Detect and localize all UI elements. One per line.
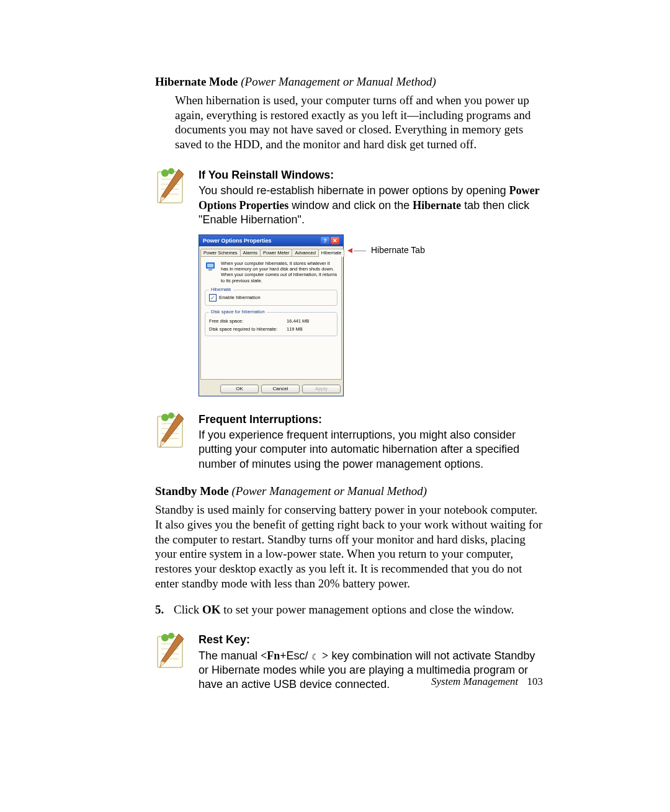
ok-button[interactable]: OK — [220, 385, 259, 393]
standby-subtitle: (Power Management or Manual Method) — [232, 484, 427, 497]
note-reinstall: If You Reinstall Windows: You should re-… — [155, 168, 543, 228]
svg-point-26 — [161, 634, 169, 641]
standby-body: Standby is used mainly for conserving ba… — [155, 502, 543, 591]
diskspace-group: Disk space for hibernation Free disk spa… — [205, 312, 337, 336]
step-number: 5. — [155, 602, 174, 617]
hibernate-title: Hibernate Mode — [155, 75, 238, 88]
dialog-desc: When your computer hibernates, it stores… — [221, 261, 337, 284]
hibernate-subtitle: (Power Management or Manual Method) — [241, 75, 436, 88]
footer-section: System Management — [431, 676, 518, 687]
enable-hibernation-checkbox[interactable]: ✓ Enable hibernation — [209, 294, 333, 301]
dialog-buttons: OK Cancel Apply — [199, 382, 343, 396]
monitor-icon — [205, 261, 217, 275]
standby-title: Standby Mode — [155, 484, 229, 497]
tab-panel: When your computer hibernates, it stores… — [200, 256, 342, 380]
dialog-figure: Power Options Properties ? ✕ Power Schem… — [199, 234, 543, 396]
help-icon[interactable]: ? — [321, 237, 329, 244]
hibernate-group-legend: Hibernate — [209, 287, 233, 292]
callout-connector: Hibernate Tab — [344, 245, 425, 256]
hibernate-body: When hibernation is used, your computer … — [175, 93, 543, 152]
cancel-button[interactable]: Cancel — [261, 385, 300, 393]
footer-page-number: 103 — [527, 676, 543, 687]
tab-strip: Power Schemes Alarms Power Meter Advance… — [199, 246, 343, 256]
moon-icon: ☾ — [311, 652, 319, 662]
svg-rect-11 — [208, 269, 212, 270]
hibernate-heading: Hibernate Mode (Power Management or Manu… — [155, 74, 543, 89]
svg-point-27 — [168, 633, 174, 639]
dialog-title-text: Power Options Properties — [203, 238, 272, 244]
free-disk-value: 16,441 MB — [287, 318, 309, 324]
svg-rect-10 — [207, 264, 213, 267]
req-disk-value: 119 MB — [287, 326, 303, 332]
power-options-dialog: Power Options Properties ? ✕ Power Schem… — [199, 234, 344, 396]
apply-button[interactable]: Apply — [302, 385, 341, 393]
hibernate-group: Hibernate ✓ Enable hibernation — [205, 290, 337, 306]
tab-hibernate[interactable]: Hibernate — [318, 249, 345, 256]
notepad-icon — [155, 633, 191, 675]
step-5: 5. Click OK to set your power management… — [155, 602, 543, 617]
dialog-titlebar: Power Options Properties ? ✕ — [199, 235, 343, 246]
standby-heading: Standby Mode (Power Management or Manual… — [155, 484, 543, 499]
enable-hibernation-label: Enable hibernation — [219, 295, 261, 301]
callout-label: Hibernate Tab — [371, 245, 425, 256]
req-disk-label: Disk space required to hibernate: — [209, 326, 280, 332]
notepad-icon — [155, 168, 191, 210]
svg-point-17 — [161, 414, 169, 421]
close-icon[interactable]: ✕ — [331, 237, 339, 244]
note-frequent-title: Frequent Interruptions: — [199, 413, 543, 427]
free-disk-label: Free disk space: — [209, 318, 280, 324]
note-frequent: Frequent Interruptions: If you experienc… — [155, 413, 543, 472]
note-rest-title: Rest Key: — [199, 633, 543, 647]
svg-point-18 — [168, 413, 174, 419]
checkbox-icon: ✓ — [209, 294, 217, 301]
svg-point-5 — [161, 169, 169, 177]
step-text: Click OK to set your power management op… — [174, 602, 514, 617]
svg-point-6 — [168, 168, 174, 174]
page-footer: System Management 103 — [431, 675, 543, 688]
note-reinstall-title: If You Reinstall Windows: — [199, 168, 543, 182]
note-reinstall-text: You should re-establish hibernate in pow… — [199, 184, 543, 227]
note-frequent-body: If you experience frequent interruptions… — [199, 428, 543, 471]
notepad-icon — [155, 413, 191, 455]
diskspace-group-legend: Disk space for hibernation — [209, 309, 267, 315]
